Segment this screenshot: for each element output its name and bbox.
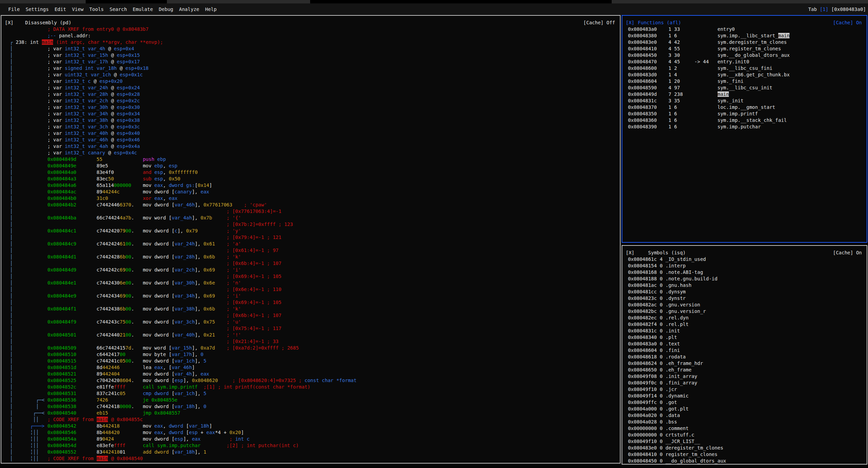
symbol-row[interactable]: 0x0804a000 0 .got.plt — [625, 406, 866, 412]
symbol-row[interactable]: 0x08049f10 0 __JCR_LIST__ — [625, 438, 866, 445]
close-button[interactable]: [X] — [5, 20, 13, 25]
disassembly-line[interactable]: │ 0x08048521 89442404 mov dword [var_4h]… — [4, 371, 619, 377]
disassembly-line[interactable]: ┌ 238: int main (int argc, char **argv, … — [4, 39, 619, 46]
disassembly-line[interactable]: │ ┌─< 0x08048536 7426 je 0x804855e — [4, 397, 619, 403]
disassembly-line[interactable]: │ ; var uint32_t var_1ch @ esp+0x1c — [4, 72, 619, 78]
function-row[interactable]: 0x08048470 4 45 -> 44 entry.init0 — [625, 59, 866, 65]
disassembly-line[interactable]: │ ; var int32_t var_4h @ esp+0x4 — [4, 46, 619, 52]
disassembly-line[interactable]: │ ; [0x6e:4]=-1 ; 110 — [4, 286, 619, 293]
disassembly-line[interactable]: │ ; var int32_t canary @ esp+0x4c — [4, 150, 619, 156]
disassembly-line[interactable]: │ │ 0x08048538 c74424180000. mov dword [… — [4, 403, 619, 410]
symbol-row[interactable]: 0x08049f08 0 .init_array — [625, 373, 866, 380]
disassembly-line[interactable]: │ 0x080484c9 c74424246100. mov dword [va… — [4, 241, 619, 247]
disassembly-line[interactable]: │ ; [0x77617063:4]=-1 — [4, 208, 619, 215]
disassembly-line[interactable]: │ ┌───> 0x08048542 8b442418 mov eax, dwo… — [4, 423, 619, 429]
disassembly-line[interactable]: │ 0x08048501 c74424402100. mov dword [va… — [4, 332, 619, 338]
disassembly-line[interactable]: │ 0x080484a0 83e4f0 and esp, 0xfffffff0 — [4, 169, 619, 176]
disassembly-line[interactable]: ;-- panel.addr: — [4, 33, 619, 39]
menu-item-debug[interactable]: Debug — [159, 3, 173, 15]
disassembly-line[interactable]: ; DATA XREF from entry0 @ 0x80483b7 — [4, 26, 619, 33]
disassembly-line[interactable]: │ 0x08048515 c744241c0500. mov dword [va… — [4, 358, 619, 364]
symbol-row[interactable]: 0x08048450 0 __do_global_dtors_aux — [625, 458, 866, 464]
function-row[interactable]: 0x08048390 1 6 sym.imp.putchar — [625, 124, 866, 130]
disassembly-line[interactable]: │ ; [0x21:4]=-1 ; 33 — [4, 338, 619, 345]
symbol-row[interactable]: 0x080482ec 0 .rel.dyn — [625, 315, 866, 321]
cache-toggle[interactable]: [Cache] On — [833, 250, 862, 256]
symbol-row[interactable]: 0x08048168 0 .note.ABI-tag — [625, 269, 866, 276]
symbol-row[interactable]: 0x0804a020 0 .data — [625, 412, 866, 419]
function-row[interactable]: 0x08048350 1 6 sym.imp.printf — [625, 111, 866, 117]
function-row[interactable]: 0x080483a0 1 33 entry0 — [625, 26, 866, 33]
disassembly-line[interactable]: │ ; var int32_t var_15h @ esp+0x15 — [4, 52, 619, 59]
function-row[interactable]: 0x08048590 4 97 sym.__libc_csu_init — [625, 85, 866, 91]
disassembly-line[interactable]: │ ; [0x7b:2]=0xffff ; 123 — [4, 221, 619, 228]
function-row[interactable]: 0x08048370 1 6 loc.imp.__gmon_start — [625, 104, 866, 111]
menu-item-search[interactable]: Search — [110, 3, 127, 15]
symbol-row[interactable]: 0x0804831c 0 .init — [625, 328, 866, 334]
symbol-row[interactable]: 0x080483e0 0 deregister_tm_clones — [625, 445, 866, 451]
function-row[interactable]: 0x08048604 1 20 sym._fini — [625, 78, 866, 85]
disassembly-line[interactable]: │ ││ ; CODE XREF from main @ 0x804855c — [4, 416, 619, 423]
symbol-row[interactable]: 0x08048650 0 .eh_frame — [625, 367, 866, 373]
disassembly-line[interactable]: │ 0x080484ba 66c744244a7b. mov word [var… — [4, 215, 619, 221]
symbol-row[interactable]: 0x08048188 0 .note.gnu.build-id — [625, 276, 866, 282]
disassembly-line[interactable]: │ ; var int32_t var_30h @ esp+0x30 — [4, 104, 619, 111]
disassembly-line[interactable]: │ ┌──< 0x08048540 eb15 jmp 0x8048557 — [4, 410, 619, 416]
symbol-row[interactable]: 0x080481ac 0 .gnu.hash — [625, 282, 866, 289]
symbol-row[interactable]: 0x080482f4 0 .rel.plt — [625, 321, 866, 328]
symbol-row[interactable]: 0x08048624 0 .eh_frame_hdr — [625, 360, 866, 367]
disassembly-line[interactable]: │ ╎││ 0x0804854a 890424 mov dword [esp],… — [4, 436, 619, 442]
disassembly-line[interactable]: │ ; var signed int var_18h @ esp+0x18 — [4, 65, 619, 72]
disassembly-line[interactable]: │ ; [0x69:4]=-1 ; 105 — [4, 273, 619, 280]
menu-item-file[interactable]: File — [8, 3, 20, 15]
symbol-row[interactable]: 0x080482ac 0 .gnu.version — [625, 302, 866, 308]
menu-item-analyze[interactable]: Analyze — [179, 3, 199, 15]
disassembly-line[interactable]: │ 0x080484d1 c74424286b00. mov dword [va… — [4, 254, 619, 260]
disassembly-line[interactable]: │ ; var int32_t var_34h @ esp+0x34 — [4, 111, 619, 117]
function-row[interactable]: 0x080483e0 4 42 sym.deregister_tm_clones — [625, 39, 866, 46]
symbol-row[interactable]: 0x080483a0 0 .text — [625, 341, 866, 347]
disassembly-line[interactable]: │ 0x080484ac 8944244c mov dword [canary]… — [4, 189, 619, 195]
disassembly-line[interactable]: │ ; var int32_t var_24h @ esp+0x24 — [4, 85, 619, 91]
disassembly-line[interactable]: │ 0x080484f1 c74424386b00. mov dword [va… — [4, 306, 619, 312]
disassembly-line[interactable]: │ ; [0x79:4]=-1 ; 121 — [4, 234, 619, 241]
disassembly-line[interactable]: │ ; var int32_t var_3ch @ esp+0x3c — [4, 124, 619, 130]
disassembly-line[interactable]: │ 0x080484d9 c744242c6900. mov dword [va… — [4, 267, 619, 273]
symbol-row[interactable]: 0x08049ffc 0 .got — [625, 399, 866, 406]
menu-item-settings[interactable]: Settings — [26, 3, 49, 15]
disassembly-line[interactable]: │ ; [0x75:4]=-1 ; 117 — [4, 325, 619, 332]
symbol-row[interactable]: 0x0804823c 0 .dynstr — [625, 295, 866, 302]
function-row[interactable]: 0x08048380 1 6 sym.imp.__libc_start_main — [625, 33, 866, 39]
disassembly-line[interactable]: │ 0x0804849e 89e5 mov ebp, esp — [4, 163, 619, 169]
symbol-row[interactable]: 0x0804861c 4 _IO_stdin_used — [625, 256, 866, 263]
close-button[interactable]: [X] — [626, 20, 634, 25]
disassembly-line[interactable]: │ 0x08048525 c70424208604. mov dword [es… — [4, 377, 619, 384]
disassembly-line[interactable]: │ 0x0804852c e81ffeffff call sym.imp.pri… — [4, 384, 619, 390]
disassembly-line[interactable]: │ ; var int32_t var_17h @ esp+0x17 — [4, 59, 619, 65]
disassembly-line[interactable]: │ ; var int32_t var_2ch @ esp+0x2c — [4, 98, 619, 104]
symbol-row[interactable]: 0x08048618 0 .rodata — [625, 354, 866, 360]
function-row[interactable]: 0x0804831c 3 35 sym._init — [625, 98, 866, 104]
disassembly-line[interactable]: │ 0x08048531 837c241c05 cmp dword [var_1… — [4, 390, 619, 397]
cache-toggle[interactable]: [Cache] On — [833, 20, 862, 26]
menu-item-help[interactable]: Help — [205, 3, 217, 15]
disassembly-line[interactable]: │ ; var int32_t var_38h @ esp+0x38 — [4, 117, 619, 124]
symbol-row[interactable]: 0x08048154 0 .interp — [625, 263, 866, 269]
function-row[interactable]: 0x08048360 1 6 sym.imp.__stack_chk_fail — [625, 117, 866, 124]
disassembly-line[interactable]: │ ; [0x6b:4]=-1 ; 107 — [4, 260, 619, 267]
function-row[interactable]: 0x0804849d 7 238 main — [625, 91, 866, 98]
symbol-row[interactable]: 0x00000000 0 .comment — [625, 425, 866, 432]
symbol-row[interactable]: 0x08048410 0 register_tm_clones — [625, 451, 866, 458]
function-row[interactable]: 0x080483d0 1 4 sym.__x86.get_pc_thunk.bx — [625, 72, 866, 78]
disassembly-line[interactable]: │ 0x080484b0 31c0 xor eax, eax — [4, 195, 619, 202]
disassembly-line[interactable]: │ ╎││ 0x08048546 8b448420 mov eax, dword… — [4, 429, 619, 436]
disassembly-line[interactable]: │ 0x080484f9 c744243c7500. mov dword [va… — [4, 319, 619, 325]
symbol-row[interactable]: 0x08049f14 0 .dynamic — [625, 393, 866, 399]
symbol-row[interactable]: 0x08048340 0 .plt — [625, 334, 866, 341]
disassembly-line[interactable]: │ 0x0804851d 8d442446 lea eax, [var_46h] — [4, 364, 619, 371]
disassembly-line[interactable]: │ ; var int32_t var_28h @ esp+0x28 — [4, 91, 619, 98]
disassembly-line[interactable]: │ ; var int32_t var_4ah @ esp+0x4a — [4, 143, 619, 150]
close-button[interactable]: [X] — [626, 250, 634, 255]
disassembly-line[interactable]: │ ; var int32_t var_46h @ esp+0x46 — [4, 137, 619, 143]
function-row[interactable]: 0x08048600 1 2 sym.__libc_csu_fini — [625, 65, 866, 72]
